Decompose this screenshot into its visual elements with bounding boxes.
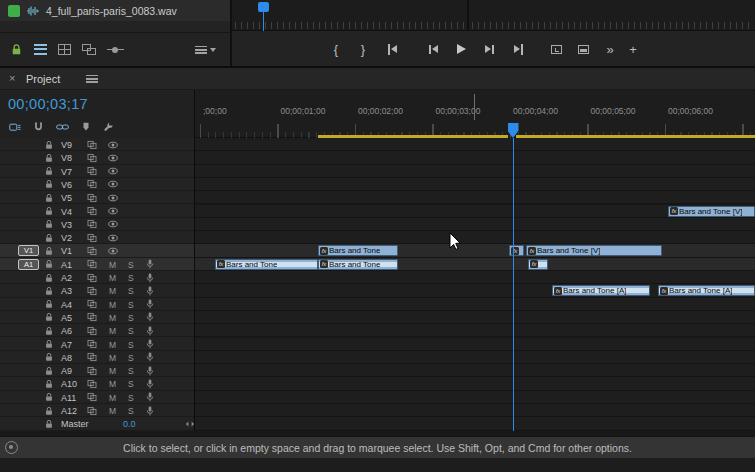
fx-badge[interactable]: fx <box>530 260 538 268</box>
mute-button[interactable]: M <box>109 300 116 310</box>
track-lane-A2[interactable] <box>195 271 755 284</box>
step-back-button[interactable] <box>424 32 442 66</box>
solo-button[interactable]: S <box>128 300 134 310</box>
mark-in-button[interactable]: { <box>327 32 345 66</box>
sync-lock-icon[interactable] <box>87 166 98 176</box>
track-name[interactable]: V2 <box>61 233 89 243</box>
toggle-track-output-icon[interactable] <box>108 153 119 163</box>
track-lane-master[interactable] <box>195 417 755 430</box>
add-marker-icon[interactable] <box>81 122 91 132</box>
panel-tab-title[interactable]: Project <box>26 73 60 85</box>
sync-lock-icon[interactable] <box>87 286 98 296</box>
fx-badge[interactable]: fx <box>660 287 668 295</box>
solo-button[interactable]: S <box>128 406 134 416</box>
go-to-in-button[interactable] <box>383 32 401 66</box>
clip-v1[interactable]: fx <box>509 245 524 256</box>
track-lane-V6[interactable] <box>195 178 755 191</box>
track-name[interactable]: A4 <box>61 300 89 310</box>
sync-lock-icon[interactable] <box>87 379 98 389</box>
toggle-track-output-icon[interactable] <box>108 246 119 256</box>
mark-out-button[interactable]: } <box>354 32 372 66</box>
track-lock-icon[interactable] <box>44 246 55 256</box>
sync-lock-icon[interactable] <box>87 259 98 269</box>
sync-lock-icon[interactable] <box>87 366 98 376</box>
track-lock-icon[interactable] <box>44 326 55 336</box>
solo-button[interactable]: S <box>128 273 134 283</box>
project-item-row[interactable]: 4_full_paris-paris_0083.wav <box>0 0 230 21</box>
track-name[interactable]: A3 <box>61 286 89 296</box>
project-item-filename[interactable]: 4_full_paris-paris_0083.wav <box>46 5 177 17</box>
solo-button[interactable]: S <box>128 379 134 389</box>
track-lane-A10[interactable] <box>195 377 755 390</box>
snap-icon[interactable] <box>33 122 44 133</box>
mute-button[interactable]: M <box>109 286 116 296</box>
insert-button[interactable] <box>547 32 565 66</box>
track-lock-icon[interactable] <box>44 312 55 322</box>
track-name[interactable]: V9 <box>61 140 89 150</box>
panel-menu-icon[interactable] <box>86 75 98 83</box>
voiceover-record-icon[interactable] <box>145 366 156 376</box>
track-name[interactable]: V6 <box>61 180 89 190</box>
toggle-track-output-icon[interactable] <box>108 219 119 229</box>
toggle-track-output-icon[interactable] <box>108 193 119 203</box>
sync-lock-icon[interactable] <box>87 352 98 362</box>
fx-badge[interactable]: fx <box>320 247 328 255</box>
sync-lock-icon[interactable] <box>87 312 98 322</box>
fx-badge[interactable]: fx <box>528 247 536 255</box>
track-lock-icon[interactable] <box>44 193 55 203</box>
mute-button[interactable]: M <box>109 260 116 270</box>
clip-a1[interactable]: fxBars and Tone <box>215 259 318 270</box>
fx-badge[interactable]: fx <box>320 260 328 268</box>
track-lane-V9[interactable] <box>195 138 755 151</box>
sync-lock-icon[interactable] <box>87 246 98 256</box>
solo-button[interactable]: S <box>128 366 134 376</box>
track-lock-icon[interactable] <box>44 366 55 376</box>
track-lane-V5[interactable] <box>195 191 755 204</box>
step-forward-button[interactable] <box>480 32 498 66</box>
track-lock-icon[interactable] <box>44 206 55 216</box>
track-lock-icon[interactable] <box>44 166 55 176</box>
mute-button[interactable]: M <box>109 406 116 416</box>
sync-lock-icon[interactable] <box>87 193 98 203</box>
track-lane-A7[interactable] <box>195 338 755 351</box>
sync-lock-icon[interactable] <box>87 219 98 229</box>
track-name[interactable]: V8 <box>61 153 89 163</box>
track-lock-icon[interactable] <box>44 286 55 296</box>
track-lock-icon[interactable] <box>44 233 55 243</box>
track-lane-A9[interactable] <box>195 364 755 377</box>
sync-lock-icon[interactable] <box>87 339 98 349</box>
solo-button[interactable]: S <box>128 313 134 323</box>
track-lock-icon[interactable] <box>44 273 55 283</box>
track-lock-icon[interactable] <box>44 379 55 389</box>
voiceover-record-icon[interactable] <box>145 339 156 349</box>
button-editor-button[interactable]: + <box>624 32 642 66</box>
track-lane-A4[interactable] <box>195 298 755 311</box>
track-lock-icon[interactable] <box>44 392 55 402</box>
go-to-out-button[interactable] <box>509 32 527 66</box>
track-name[interactable]: A1 <box>61 260 89 270</box>
track-name[interactable]: V4 <box>61 207 89 217</box>
track-name[interactable]: A11 <box>61 393 89 403</box>
track-lane-V2[interactable] <box>195 231 755 244</box>
mute-button[interactable]: M <box>109 353 116 363</box>
track-name[interactable]: A5 <box>61 313 89 323</box>
close-panel-icon[interactable]: × <box>9 72 15 84</box>
voiceover-record-icon[interactable] <box>145 299 156 309</box>
sync-lock-icon[interactable] <box>87 140 98 150</box>
sync-lock-icon[interactable] <box>87 406 98 416</box>
toggle-track-output-icon[interactable] <box>108 233 119 243</box>
play-button[interactable] <box>452 32 470 66</box>
clip-a3[interactable]: fxBars and Tone [A] <box>658 285 755 296</box>
solo-button[interactable]: S <box>128 340 134 350</box>
track-name[interactable]: A12 <box>61 406 89 416</box>
mute-button[interactable]: M <box>109 273 116 283</box>
track-lock-icon[interactable] <box>44 153 55 163</box>
sync-lock-icon[interactable] <box>87 233 98 243</box>
voiceover-record-icon[interactable] <box>145 406 156 416</box>
mute-button[interactable]: M <box>109 313 116 323</box>
toggle-track-output-icon[interactable] <box>108 179 119 189</box>
source-patch-badge[interactable]: V1 <box>18 245 39 256</box>
mute-button[interactable]: M <box>109 393 116 403</box>
mute-button[interactable]: M <box>109 366 116 376</box>
timeline-ruler[interactable]: ;00;0000;00;01;0000;00;02;0000;00;03;000… <box>195 90 755 138</box>
